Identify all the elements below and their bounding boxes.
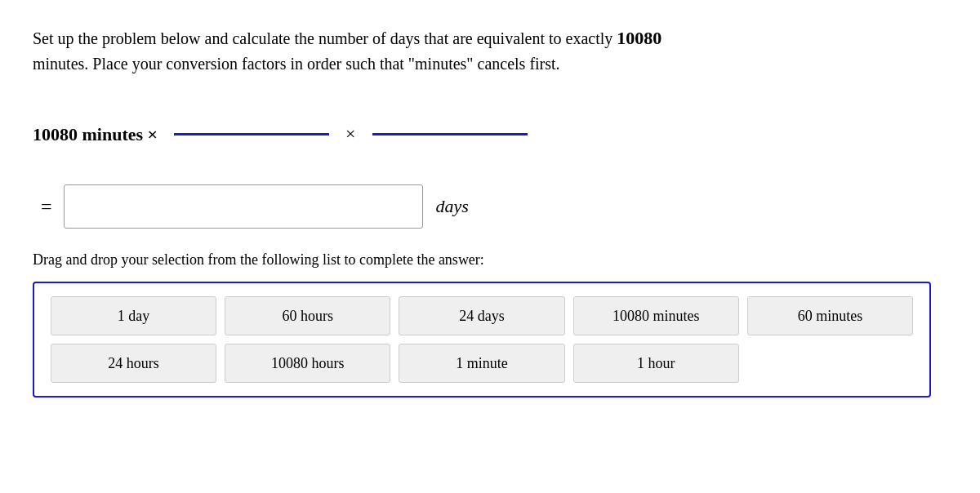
fraction-2 (372, 109, 528, 160)
instructions-text: Set up the problem below and calculate t… (33, 24, 947, 76)
fraction-1-denominator (174, 135, 329, 160)
fraction-2-numerator (372, 109, 528, 133)
days-label: days (436, 196, 469, 217)
instructions-line2: minutes. Place your conversion factors i… (33, 55, 560, 73)
drag-item-60minutes[interactable]: 60 minutes (747, 296, 913, 335)
drag-item-empty (747, 344, 913, 383)
drag-instructions: Drag and drop your selection from the fo… (33, 251, 947, 269)
result-line: = days (33, 184, 947, 229)
drag-item-10080minutes[interactable]: 10080 minutes (573, 296, 739, 335)
main-equation: 10080 minutes × × (33, 109, 947, 160)
drag-item-1minute[interactable]: 1 minute (399, 344, 564, 383)
fraction-1-numerator (174, 109, 329, 133)
multiply-sign: × (345, 123, 355, 146)
equals-sign: = (41, 196, 52, 218)
drag-item-24days[interactable]: 24 days (399, 296, 564, 335)
drag-item-60hours[interactable]: 60 hours (225, 296, 390, 335)
given-label: 10080 minutes × (33, 124, 158, 145)
highlight-number: 10080 (617, 28, 662, 48)
fractions-row: × (174, 109, 527, 160)
drag-item-10080hours[interactable]: 10080 hours (225, 344, 390, 383)
fraction-1 (174, 109, 329, 160)
drag-item-24hours[interactable]: 24 hours (51, 344, 216, 383)
drag-item-1day[interactable]: 1 day (51, 296, 216, 335)
drag-item-1hour[interactable]: 1 hour (573, 344, 739, 383)
fraction-2-denominator (372, 135, 528, 160)
drag-items-container: 1 day 60 hours 24 days 10080 minutes 60 … (33, 282, 931, 398)
answer-input-box[interactable] (64, 184, 423, 229)
